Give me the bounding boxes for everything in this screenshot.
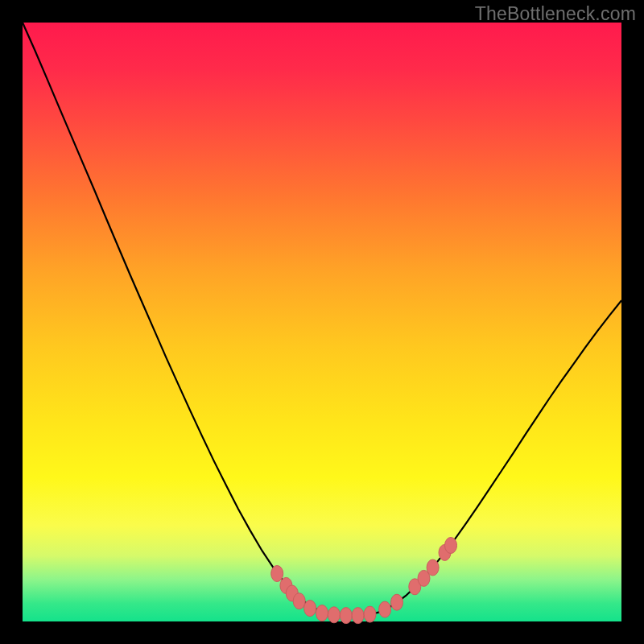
data-marker bbox=[445, 538, 457, 554]
chart-frame: TheBottleneck.com bbox=[0, 0, 644, 644]
bottleneck-curve bbox=[23, 23, 621, 616]
data-marker bbox=[293, 593, 305, 609]
plot-area bbox=[23, 23, 621, 621]
data-marker bbox=[427, 559, 439, 576]
data-marker bbox=[316, 605, 328, 621]
data-marker bbox=[352, 608, 364, 624]
watermark-text: TheBottleneck.com bbox=[475, 3, 636, 25]
data-marker bbox=[328, 607, 340, 623]
data-marker bbox=[364, 606, 376, 622]
data-marker bbox=[340, 608, 352, 624]
data-marker bbox=[304, 601, 316, 617]
marker-group bbox=[271, 538, 457, 624]
chart-svg bbox=[23, 23, 621, 621]
data-marker bbox=[391, 594, 403, 610]
data-marker bbox=[379, 601, 391, 617]
data-marker bbox=[271, 566, 283, 582]
